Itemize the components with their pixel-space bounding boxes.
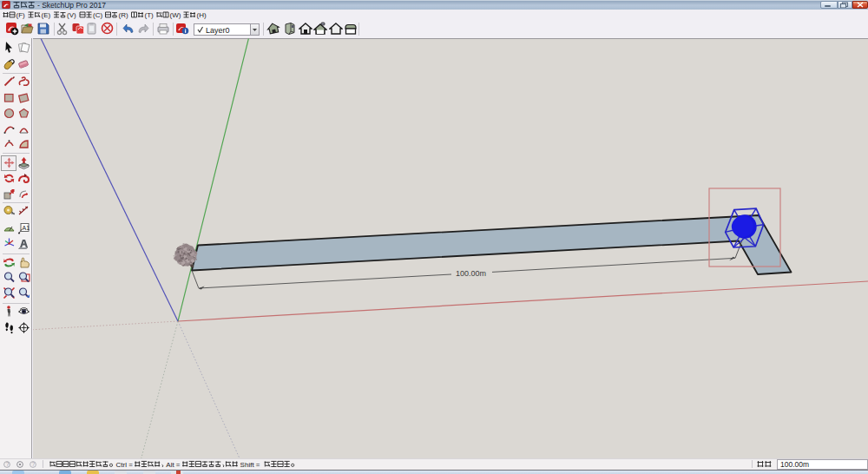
svg-text:100.00m: 100.00m [780, 460, 809, 469]
